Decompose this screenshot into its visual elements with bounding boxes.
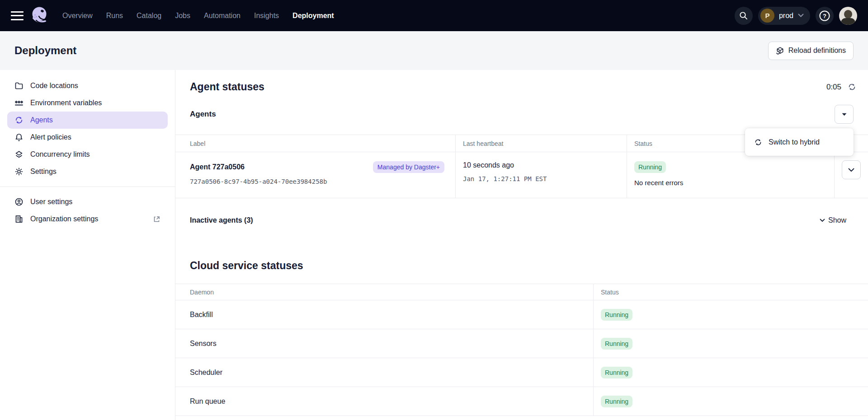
- status-note: No recent errors: [634, 179, 827, 187]
- sidebar-item-concurrency-limits[interactable]: Concurrency limits: [7, 146, 168, 163]
- show-label: Show: [828, 216, 846, 224]
- dagster-logo-icon[interactable]: [30, 5, 50, 26]
- chevron-down-icon: [798, 14, 804, 18]
- column-header-last-heartbeat: Last heartbeat: [456, 135, 627, 152]
- refresh-icon[interactable]: [848, 83, 856, 91]
- layers-icon: [14, 150, 24, 159]
- page-header: Deployment Reload definitions: [0, 31, 868, 70]
- bell-icon: [14, 133, 24, 142]
- search-icon: [739, 11, 748, 20]
- agents-section-title: Agents: [190, 110, 216, 119]
- reload-definitions-label: Reload definitions: [788, 47, 846, 55]
- agents-options-button[interactable]: [835, 105, 854, 124]
- sidebar-item-label: Concurrency limits: [30, 150, 90, 159]
- hamburger-menu-icon[interactable]: [11, 11, 24, 20]
- sidebar-item-environment-variables[interactable]: Environment variables: [7, 94, 168, 112]
- agent-uuid: 727a0506-8c97-4b95-a024-70ee3984258b: [190, 178, 448, 185]
- sidebar-item-label: Environment variables: [30, 99, 102, 107]
- help-icon: ?: [819, 10, 830, 22]
- agent-row-expander-button[interactable]: [842, 160, 861, 179]
- agent-status-cell: Running No recent errors: [627, 152, 835, 198]
- folder-icon: [14, 81, 24, 90]
- daemon-status-cell: Running: [594, 329, 868, 358]
- sidebar-item-user-settings[interactable]: User settings: [7, 193, 168, 210]
- daemon-name: Sensors: [175, 329, 594, 358]
- building-icon: [14, 215, 24, 224]
- env-vars-icon: [14, 98, 24, 107]
- column-header-status: Status: [594, 284, 868, 300]
- caret-down-icon: [842, 113, 847, 116]
- agent-statuses-title: Agent statuses: [190, 81, 264, 93]
- heartbeat-timestamp: Jan 17, 1:27:11 PM EST: [463, 175, 619, 182]
- sidebar-item-label: Agents: [30, 116, 53, 124]
- external-link-icon: [153, 215, 160, 223]
- deployment-name: prod: [779, 12, 793, 20]
- sidebar-item-organization-settings[interactable]: Organization settings: [7, 210, 168, 228]
- sidebar-item-agents[interactable]: Agents: [7, 112, 168, 129]
- sidebar-item-label: Alert policies: [30, 133, 71, 141]
- daemon-name: Backfill: [175, 300, 594, 329]
- nav-runs[interactable]: Runs: [106, 12, 123, 20]
- agent-icon: [754, 138, 762, 146]
- cloud-service-statuses-title: Cloud service statuses: [175, 260, 868, 272]
- agents-page: Agent statuses 0:05 Agents Label: [175, 70, 868, 420]
- svg-text:?: ?: [823, 13, 826, 19]
- nav-deployment[interactable]: Deployment: [292, 12, 334, 20]
- agent-label-cell: Agent 727a0506 Managed by Dagster+ 727a0…: [175, 152, 456, 198]
- sidebar-item-label: Settings: [30, 168, 57, 176]
- menu-item-label: Switch to hybrid: [769, 138, 820, 146]
- sidebar-item-label: Code locations: [30, 82, 78, 90]
- page-title: Deployment: [14, 44, 76, 57]
- agent-icon: [14, 116, 24, 125]
- sidebar-item-code-locations[interactable]: Code locations: [7, 77, 168, 94]
- reload-definitions-button[interactable]: Reload definitions: [768, 42, 854, 60]
- deployment-switcher[interactable]: P prod: [758, 7, 810, 25]
- chevron-down-icon: [820, 219, 825, 222]
- deployment-sidebar: Code locations Environment variables Age…: [0, 70, 175, 420]
- search-button[interactable]: [735, 7, 753, 25]
- status-badge: Running: [601, 396, 632, 407]
- status-badge: Running: [601, 338, 632, 350]
- agent-heartbeat-cell: 10 seconds ago Jan 17, 1:27:11 PM EST: [456, 152, 627, 198]
- managed-badge: Managed by Dagster+: [373, 161, 444, 173]
- user-avatar[interactable]: [839, 7, 857, 25]
- daemon-name: Scheduler: [175, 358, 594, 387]
- agent-name: Agent 727a0506: [190, 163, 245, 171]
- chevron-down-icon: [848, 168, 854, 172]
- sidebar-item-settings[interactable]: Settings: [7, 163, 168, 180]
- gear-icon: [14, 167, 24, 176]
- inactive-agents-label: Inactive agents (3): [190, 216, 253, 224]
- column-header-daemon: Daemon: [175, 284, 594, 300]
- primary-nav: Overview Runs Catalog Jobs Automation In…: [62, 12, 334, 20]
- nav-jobs[interactable]: Jobs: [175, 12, 190, 20]
- refresh-countdown: 0:05: [826, 83, 841, 92]
- show-inactive-toggle[interactable]: Show: [820, 216, 846, 224]
- sidebar-item-alert-policies[interactable]: Alert policies: [7, 129, 168, 146]
- help-button[interactable]: ?: [816, 7, 834, 25]
- reload-cube-icon: [776, 47, 784, 55]
- nav-insights[interactable]: Insights: [254, 12, 279, 20]
- daemon-name: Run queue: [175, 387, 594, 416]
- agent-actions-cell: [835, 152, 868, 198]
- status-badge: Running: [601, 367, 632, 378]
- daemon-status-cell: Running: [594, 300, 868, 329]
- sidebar-item-label: User settings: [30, 198, 72, 206]
- nav-overview[interactable]: Overview: [62, 12, 93, 20]
- switch-to-hybrid-menu-item[interactable]: Switch to hybrid: [745, 128, 854, 156]
- agents-options-menu: Switch to hybrid: [745, 128, 854, 156]
- heartbeat-relative: 10 seconds ago: [463, 161, 619, 169]
- column-header-label: Label: [175, 135, 456, 152]
- status-badge: Running: [634, 161, 666, 173]
- daemon-status-cell: Running: [594, 387, 868, 416]
- nav-catalog[interactable]: Catalog: [137, 12, 161, 20]
- daemon-status-cell: Running: [594, 358, 868, 387]
- cloud-services-table: Daemon Status Backfill Running Sensors R…: [175, 284, 868, 416]
- status-badge: Running: [601, 309, 632, 321]
- nav-automation[interactable]: Automation: [204, 12, 241, 20]
- user-icon: [14, 197, 24, 206]
- sidebar-divider: [0, 187, 175, 187]
- deployment-avatar: P: [760, 9, 774, 23]
- sidebar-item-label: Organization settings: [30, 215, 98, 223]
- top-nav: Overview Runs Catalog Jobs Automation In…: [0, 0, 868, 31]
